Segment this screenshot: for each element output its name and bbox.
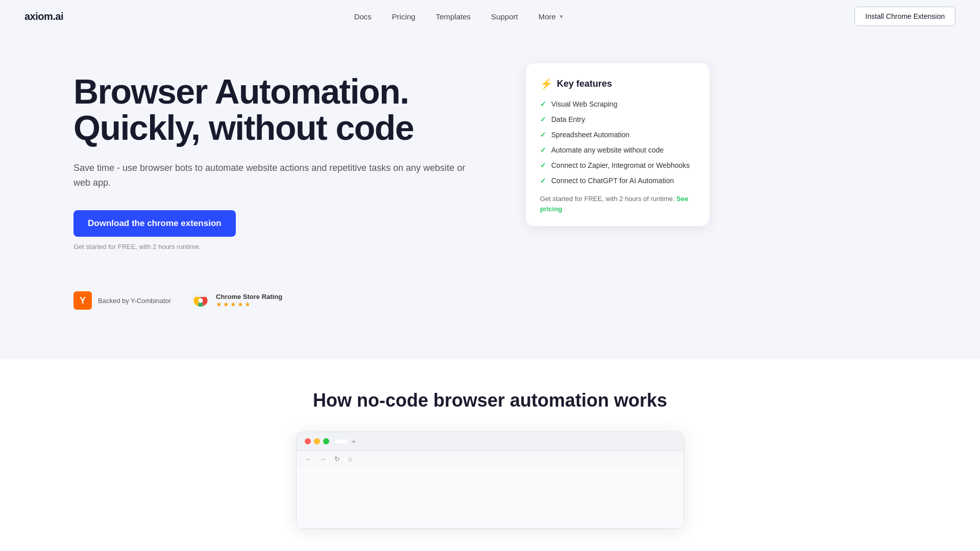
feature-item-2: ✓ Data Entry: [540, 115, 695, 123]
cta-subtext: Get started for FREE, with 2 hours runti…: [74, 243, 501, 251]
svg-point-2: [199, 298, 203, 303]
feature-item-4: ✓ Automate any website without code: [540, 146, 695, 154]
back-button[interactable]: ←: [303, 454, 313, 464]
chrome-store-stars: ★★★★★: [216, 300, 282, 308]
features-card-title: ⚡ Key features: [540, 78, 695, 90]
chrome-store-label: Chrome Store Rating: [216, 293, 282, 300]
chrome-icon: [191, 291, 210, 310]
minimize-window-button[interactable]: [314, 438, 320, 444]
refresh-button[interactable]: ↻: [332, 454, 342, 464]
navbar: axiom.ai Docs Pricing Templates Support …: [0, 0, 980, 33]
hero-section: Browser Automation. Quickly, without cod…: [0, 33, 980, 359]
hero-title: Browser Automation. Quickly, without cod…: [74, 73, 501, 146]
browser-content: [297, 467, 683, 528]
nav-link-more[interactable]: More ▼: [530, 8, 572, 25]
nav-link-docs[interactable]: Docs: [346, 8, 380, 25]
browser-toolbar: ← → ↻ ⌂: [297, 451, 683, 467]
check-icon-2: ✓: [540, 115, 546, 123]
logo[interactable]: axiom.ai: [24, 11, 63, 22]
social-proof-badges: Y Backed by Y-Combinator Chrome Store Ra…: [74, 291, 501, 310]
how-it-works-section: How no-code browser automation works + ←…: [0, 359, 980, 551]
browser-window-controls: [305, 438, 329, 444]
features-footer: Get started for FREE, with 2 hours of ru…: [540, 194, 695, 214]
feature-text-5: Connect to Zapier, Integromat or Webhook…: [551, 161, 690, 169]
browser-title-bar: +: [297, 432, 683, 451]
browser-mockup: + ← → ↻ ⌂: [296, 432, 684, 529]
nav-links: Docs Pricing Templates Support More ▼: [346, 8, 572, 25]
features-card: ⚡ Key features ✓ Visual Web Scraping ✓ D…: [526, 63, 709, 226]
forward-button[interactable]: →: [317, 454, 328, 464]
how-section-title: How no-code browser automation works: [24, 390, 955, 411]
install-extension-button[interactable]: Install Chrome Extension: [854, 7, 955, 26]
nav-link-pricing[interactable]: Pricing: [384, 8, 424, 25]
hero-content: Browser Automation. Quickly, without cod…: [0, 33, 526, 359]
yc-logo-icon: Y: [74, 291, 92, 310]
maximize-window-button[interactable]: [323, 438, 329, 444]
hero-subtitle: Save time - use browser bots to automate…: [74, 161, 472, 190]
browser-tabs: +: [335, 437, 675, 445]
check-icon-1: ✓: [540, 100, 546, 108]
feature-text-1: Visual Web Scraping: [551, 100, 617, 108]
check-icon-3: ✓: [540, 131, 546, 139]
chevron-down-icon: ▼: [559, 14, 564, 19]
feature-item-3: ✓ Spreadsheet Automation: [540, 131, 695, 139]
browser-tab-active[interactable]: [335, 439, 348, 443]
check-icon-5: ✓: [540, 161, 546, 169]
check-icon-4: ✓: [540, 146, 546, 154]
close-window-button[interactable]: [305, 438, 311, 444]
feature-item-6: ✓ Connect to ChatGPT for AI Automation: [540, 177, 695, 185]
features-card-container: ⚡ Key features ✓ Visual Web Scraping ✓ D…: [526, 33, 725, 359]
nav-link-templates[interactable]: Templates: [428, 8, 479, 25]
feature-text-4: Automate any website without code: [551, 146, 664, 154]
feature-item-5: ✓ Connect to Zapier, Integromat or Webho…: [540, 161, 695, 169]
feature-text-3: Spreadsheet Automation: [551, 131, 629, 139]
lightning-icon: ⚡: [540, 78, 553, 90]
chrome-badge-info: Chrome Store Rating ★★★★★: [216, 293, 282, 308]
feature-text-2: Data Entry: [551, 115, 585, 123]
yc-badge: Y Backed by Y-Combinator: [74, 291, 171, 310]
check-icon-6: ✓: [540, 177, 546, 185]
chrome-store-badge: Chrome Store Rating ★★★★★: [191, 291, 282, 310]
yc-badge-text: Backed by Y-Combinator: [98, 297, 171, 305]
home-button[interactable]: ⌂: [346, 454, 354, 464]
new-tab-button[interactable]: +: [352, 437, 356, 445]
feature-text-6: Connect to ChatGPT for AI Automation: [551, 177, 674, 185]
feature-item-1: ✓ Visual Web Scraping: [540, 100, 695, 108]
cta-download-button[interactable]: Download the chrome extension: [74, 210, 236, 237]
nav-link-support[interactable]: Support: [483, 8, 526, 25]
